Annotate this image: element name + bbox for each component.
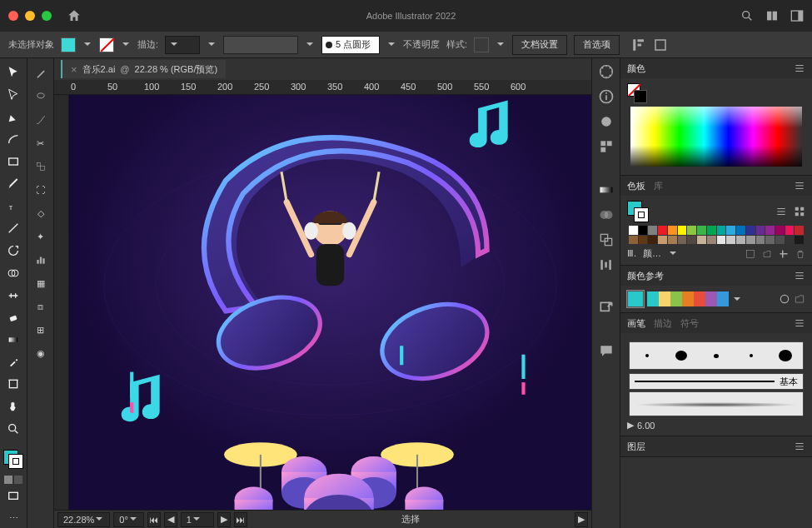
swatch-cell[interactable] xyxy=(795,226,804,235)
color-fill-stroke-indicator[interactable] xyxy=(627,83,647,103)
stroke-weight-input[interactable] xyxy=(165,36,200,54)
color-guide-base[interactable] xyxy=(627,291,644,307)
zoom-level-field[interactable]: 22.28% xyxy=(57,512,110,527)
edit-toolbar[interactable]: ⋯ xyxy=(3,509,23,528)
fill-dropdown[interactable] xyxy=(82,39,92,51)
line-segment-tool[interactable] xyxy=(3,219,23,238)
swatch-group-label[interactable]: 颜… xyxy=(643,247,661,260)
brush-def-field[interactable] xyxy=(223,36,298,54)
mesh-tool[interactable]: ⊞ xyxy=(31,320,51,340)
workspace-switcher-icon[interactable] xyxy=(790,9,804,22)
color-guide-panel-tab[interactable]: 颜色参考 xyxy=(627,270,664,282)
type-tool[interactable]: T xyxy=(3,197,23,216)
align-panel-icon[interactable] xyxy=(598,257,615,273)
swatch-cell[interactable] xyxy=(658,236,667,245)
artboard-tool[interactable] xyxy=(3,375,23,394)
ruler-vertical[interactable] xyxy=(54,95,69,510)
swatch-list-view-icon[interactable] xyxy=(775,206,787,217)
guide-swatch[interactable] xyxy=(670,291,682,306)
pathfinder-panel-icon[interactable] xyxy=(598,232,615,248)
swatch-cell[interactable] xyxy=(775,226,785,235)
art-brush-row[interactable] xyxy=(629,391,804,416)
eraser-tool[interactable] xyxy=(3,308,23,327)
swatch-cell[interactable] xyxy=(746,236,755,245)
swatch-cell[interactable] xyxy=(726,236,735,245)
brushes-panel-tab[interactable]: 画笔 xyxy=(627,317,645,330)
swatch-cell[interactable] xyxy=(668,236,677,245)
swatch-cell[interactable] xyxy=(756,226,765,235)
delete-swatch-icon[interactable] xyxy=(795,249,805,259)
color-guide-menu-icon[interactable] xyxy=(794,270,805,281)
arrange-docs-icon[interactable] xyxy=(765,9,779,22)
scale-tool[interactable] xyxy=(31,157,51,177)
shaper-tool[interactable]: ◇ xyxy=(31,203,51,223)
slice-tool[interactable]: ▦ xyxy=(31,273,51,293)
swatch-cell[interactable] xyxy=(707,226,716,235)
swatch-grid-view-icon[interactable] xyxy=(794,206,805,217)
guide-swatch[interactable] xyxy=(717,291,729,306)
stroke-panel-tab[interactable]: 描边 xyxy=(654,317,672,330)
rotate-tool[interactable] xyxy=(3,242,23,261)
swatch-cell[interactable] xyxy=(756,236,765,245)
document-tab[interactable]: × 音乐2.ai @ 22.28 % (RGB/预览) xyxy=(61,60,226,78)
guide-swatch[interactable] xyxy=(647,291,659,306)
column-graph-tool[interactable] xyxy=(31,250,51,270)
basic-brush-row[interactable]: 基本 xyxy=(629,373,804,390)
layers-menu-icon[interactable] xyxy=(794,441,805,452)
info-panel-icon[interactable] xyxy=(598,88,615,105)
document-setup-button[interactable]: 文档设置 xyxy=(512,35,567,55)
rotate-view-field[interactable]: 0° xyxy=(113,512,144,527)
color-panel-tab[interactable]: 颜色 xyxy=(627,62,645,75)
swatch-cell[interactable] xyxy=(736,236,745,245)
new-swatch-icon[interactable] xyxy=(779,249,789,259)
brush-def-dropdown[interactable] xyxy=(305,39,315,51)
swatch-cell[interactable] xyxy=(795,236,804,245)
symbol-sprayer-tool[interactable]: ✦ xyxy=(31,227,51,247)
fill-stroke-indicator[interactable] xyxy=(3,450,23,469)
comments-panel-icon[interactable] xyxy=(598,343,615,360)
rectangle-tool[interactable] xyxy=(3,152,23,172)
swatch-cell[interactable] xyxy=(746,226,755,235)
layers-panel-tab[interactable]: 图层 xyxy=(627,441,645,453)
appearance-panel-icon[interactable] xyxy=(598,113,615,130)
brush-profile[interactable]: 5 点圆形 xyxy=(321,36,380,54)
window-close[interactable] xyxy=(8,11,18,21)
stroke-swatch-none[interactable] xyxy=(99,37,114,52)
swatch-cell[interactable] xyxy=(736,226,745,235)
selection-tool[interactable] xyxy=(3,63,23,82)
gradient-tool[interactable] xyxy=(3,331,23,350)
scroll-right[interactable]: ▶ xyxy=(575,512,588,527)
draw-behind[interactable] xyxy=(14,476,22,484)
swatch-fill-stroke[interactable] xyxy=(627,201,649,222)
swatch-cell[interactable] xyxy=(697,226,706,235)
swatch-cell[interactable] xyxy=(785,236,795,245)
swatch-cell[interactable] xyxy=(765,236,775,245)
swatch-library-menu[interactable]: Ⅲ. xyxy=(627,248,636,259)
preferences-button[interactable]: 首选项 xyxy=(574,35,620,55)
guide-swatch[interactable] xyxy=(705,291,717,306)
artboard-number[interactable]: 1 xyxy=(181,512,214,527)
properties-panel-icon[interactable] xyxy=(598,63,615,80)
shape-builder-tool[interactable] xyxy=(3,263,23,282)
color-guide-harmony-row[interactable] xyxy=(647,291,729,306)
tab-close-icon[interactable]: × xyxy=(71,63,77,76)
free-transform-tool[interactable]: ⛶ xyxy=(31,180,51,200)
swatch-cell[interactable] xyxy=(775,236,785,245)
style-dropdown[interactable] xyxy=(496,39,506,51)
brush-size-play-icon[interactable]: ▶ xyxy=(627,420,634,431)
swatch-cell[interactable] xyxy=(639,236,648,245)
swatch-cell[interactable] xyxy=(639,226,648,235)
hand-tool[interactable] xyxy=(3,397,23,416)
graphic-styles-panel-icon[interactable] xyxy=(598,138,615,155)
graphic-style-swatch[interactable] xyxy=(474,37,489,52)
blend-tool[interactable]: ◉ xyxy=(31,343,51,363)
draw-normal[interactable] xyxy=(4,476,12,484)
new-color-group-icon[interactable] xyxy=(762,249,772,259)
transparency-panel-icon[interactable] xyxy=(598,207,615,223)
artboard-next[interactable]: ▶ xyxy=(217,512,231,527)
ruler-horizontal[interactable]: 050100150200250300350400450500550600 xyxy=(54,80,591,95)
color-guide-dropdown[interactable] xyxy=(732,293,742,305)
artboard-prev[interactable]: ◀ xyxy=(164,512,177,527)
pen-tool[interactable] xyxy=(3,107,23,127)
swatch-cell[interactable] xyxy=(648,226,657,235)
